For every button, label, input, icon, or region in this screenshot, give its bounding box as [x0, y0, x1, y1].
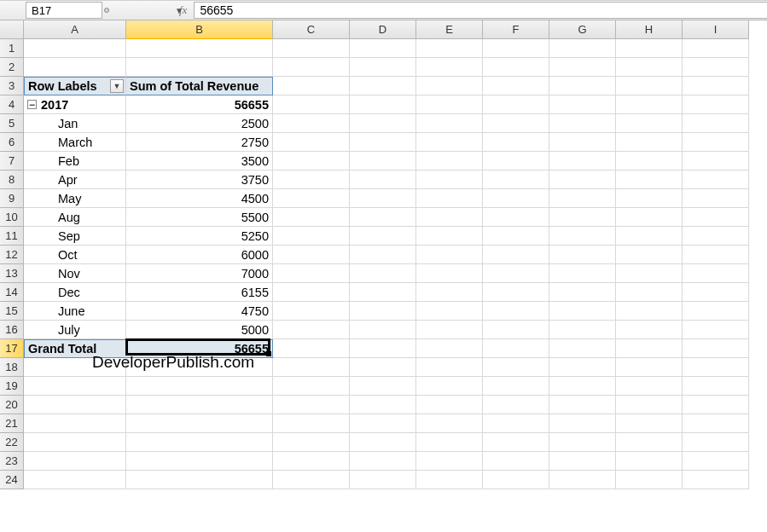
- cell[interactable]: [126, 471, 273, 489]
- cell[interactable]: [273, 95, 350, 114]
- cell[interactable]: [24, 452, 126, 471]
- cell[interactable]: [549, 302, 616, 321]
- row-header[interactable]: 7: [0, 152, 24, 171]
- col-header[interactable]: C: [273, 20, 350, 39]
- cell[interactable]: [273, 77, 350, 95]
- cell[interactable]: [126, 358, 273, 377]
- cell[interactable]: [483, 433, 549, 452]
- name-box-dropdown-icon[interactable]: ▼: [175, 6, 183, 15]
- cell[interactable]: [416, 339, 483, 358]
- pivot-grand-total-value[interactable]: 56655: [126, 339, 273, 358]
- cell[interactable]: [126, 39, 273, 58]
- row-header[interactable]: 4: [0, 95, 24, 114]
- cell[interactable]: [416, 321, 483, 339]
- cell[interactable]: [683, 433, 749, 452]
- cell[interactable]: [416, 171, 483, 189]
- pivot-month-label[interactable]: Jan: [24, 114, 126, 133]
- pivot-year-total[interactable]: 56655: [126, 95, 273, 114]
- cell[interactable]: [416, 152, 483, 171]
- cell[interactable]: [350, 377, 416, 396]
- cell[interactable]: [416, 58, 483, 77]
- cell[interactable]: [483, 189, 549, 208]
- pivot-month-value[interactable]: 4750: [126, 302, 273, 321]
- pivot-month-value[interactable]: 7000: [126, 264, 273, 283]
- cell[interactable]: [549, 377, 616, 396]
- cell[interactable]: [483, 152, 549, 171]
- pivot-month-label[interactable]: June: [24, 302, 126, 321]
- cell[interactable]: [273, 302, 350, 321]
- cell[interactable]: [616, 321, 683, 339]
- cell[interactable]: [416, 452, 483, 471]
- cell[interactable]: [483, 321, 549, 339]
- pivot-month-value[interactable]: 5000: [126, 321, 273, 339]
- pivot-month-label[interactable]: Feb: [24, 152, 126, 171]
- pivot-month-value[interactable]: 2500: [126, 114, 273, 133]
- cell[interactable]: [273, 358, 350, 377]
- cell[interactable]: [273, 133, 350, 152]
- col-header[interactable]: F: [483, 20, 549, 39]
- cell[interactable]: [273, 283, 350, 302]
- cell[interactable]: [416, 189, 483, 208]
- cell[interactable]: [683, 133, 749, 152]
- cell[interactable]: [549, 471, 616, 489]
- row-header[interactable]: 12: [0, 246, 24, 264]
- cell[interactable]: [549, 114, 616, 133]
- row-header[interactable]: 15: [0, 302, 24, 321]
- cell[interactable]: [416, 414, 483, 433]
- cell[interactable]: [616, 133, 683, 152]
- col-header[interactable]: B: [126, 20, 273, 39]
- cell[interactable]: [683, 95, 749, 114]
- row-header[interactable]: 20: [0, 396, 24, 414]
- cell[interactable]: [273, 396, 350, 414]
- cell[interactable]: [350, 339, 416, 358]
- cell[interactable]: [549, 58, 616, 77]
- cell[interactable]: [24, 39, 126, 58]
- row-header[interactable]: 9: [0, 189, 24, 208]
- cell[interactable]: [273, 246, 350, 264]
- cell[interactable]: [483, 246, 549, 264]
- cell[interactable]: [616, 77, 683, 95]
- cell[interactable]: [616, 208, 683, 227]
- cell[interactable]: [416, 227, 483, 246]
- pivot-month-label[interactable]: Nov: [24, 264, 126, 283]
- cell[interactable]: [683, 414, 749, 433]
- col-header[interactable]: E: [416, 20, 483, 39]
- cell[interactable]: [616, 414, 683, 433]
- cell[interactable]: [483, 283, 549, 302]
- cell[interactable]: [273, 58, 350, 77]
- cell[interactable]: [683, 171, 749, 189]
- cell[interactable]: [683, 396, 749, 414]
- row-header[interactable]: 10: [0, 208, 24, 227]
- cell[interactable]: [683, 246, 749, 264]
- cell[interactable]: [683, 471, 749, 489]
- cell[interactable]: [350, 283, 416, 302]
- cell[interactable]: [416, 264, 483, 283]
- cell[interactable]: [483, 208, 549, 227]
- formula-input[interactable]: [194, 2, 767, 19]
- pivot-year-row[interactable]: 2017−: [24, 95, 126, 114]
- pivot-row-labels-header[interactable]: Row Labels▼: [24, 77, 126, 95]
- cell[interactable]: [350, 77, 416, 95]
- cell[interactable]: [616, 189, 683, 208]
- cell[interactable]: [273, 377, 350, 396]
- row-header[interactable]: 16: [0, 321, 24, 339]
- cell[interactable]: [616, 452, 683, 471]
- cell[interactable]: [126, 433, 273, 452]
- cell[interactable]: [350, 95, 416, 114]
- cell[interactable]: [416, 133, 483, 152]
- cell[interactable]: [350, 152, 416, 171]
- cell[interactable]: [350, 208, 416, 227]
- cell[interactable]: [24, 433, 126, 452]
- pivot-month-label[interactable]: May: [24, 189, 126, 208]
- cell[interactable]: [483, 414, 549, 433]
- cell[interactable]: [273, 321, 350, 339]
- cell[interactable]: [416, 358, 483, 377]
- pivot-month-value[interactable]: 3750: [126, 171, 273, 189]
- cell[interactable]: [683, 302, 749, 321]
- cell[interactable]: [350, 433, 416, 452]
- cell[interactable]: [350, 246, 416, 264]
- cell[interactable]: [683, 452, 749, 471]
- cell[interactable]: [616, 358, 683, 377]
- row-header[interactable]: 6: [0, 133, 24, 152]
- cell[interactable]: [273, 471, 350, 489]
